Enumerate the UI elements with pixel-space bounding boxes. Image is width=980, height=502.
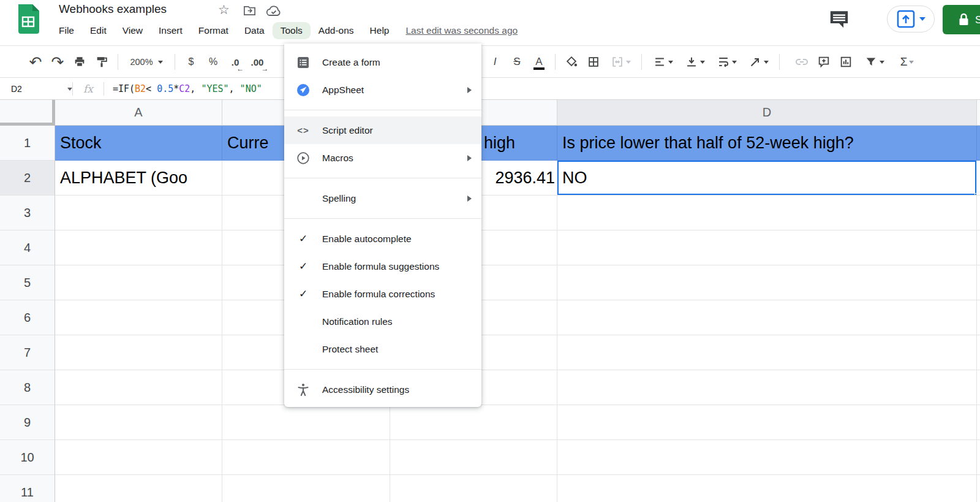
- undo-button[interactable]: ↶: [24, 51, 47, 73]
- menu-item-script-editor[interactable]: <> Script editor: [284, 116, 481, 144]
- menu-addons[interactable]: Add-ons: [311, 22, 362, 39]
- cloud-status-icon[interactable]: [266, 5, 282, 17]
- increase-decimal-button[interactable]: .00→: [246, 51, 268, 73]
- name-box[interactable]: D2: [0, 84, 72, 94]
- star-icon[interactable]: ☆: [218, 3, 230, 16]
- horizontal-align-button[interactable]: [647, 51, 679, 73]
- last-edit-link[interactable]: Last edit was seconds ago: [405, 25, 518, 36]
- column-header-d[interactable]: D: [557, 100, 977, 126]
- cell[interactable]: [222, 475, 390, 502]
- row-header-10[interactable]: 10: [0, 440, 55, 475]
- cell-D2-selected[interactable]: NO: [557, 161, 977, 196]
- cell[interactable]: [390, 475, 557, 502]
- menu-item-accessibility-settings[interactable]: Accessibility settings: [284, 376, 481, 403]
- row-header-2[interactable]: 2: [0, 161, 55, 196]
- column-header-a[interactable]: A: [55, 100, 222, 126]
- present-button[interactable]: [887, 6, 935, 32]
- format-currency-button[interactable]: $: [180, 51, 202, 73]
- cell[interactable]: [55, 440, 222, 475]
- menu-item-macros[interactable]: Macros: [284, 144, 481, 172]
- menu-item-protect-sheet[interactable]: Protect sheet: [284, 335, 481, 363]
- italic-button[interactable]: I: [484, 51, 506, 73]
- select-all-corner[interactable]: [0, 100, 55, 126]
- cell[interactable]: [557, 475, 977, 502]
- filter-button[interactable]: [857, 51, 891, 73]
- row-header-1[interactable]: 1: [0, 126, 55, 161]
- menu-file[interactable]: File: [51, 22, 82, 39]
- redo-button[interactable]: ↷: [47, 51, 69, 73]
- text-wrap-button[interactable]: [710, 51, 742, 73]
- row-header-8[interactable]: 8: [0, 370, 55, 405]
- fill-color-button[interactable]: [560, 51, 582, 73]
- print-button[interactable]: [69, 51, 91, 73]
- menu-help[interactable]: Help: [362, 22, 398, 39]
- menu-format[interactable]: Format: [190, 22, 236, 39]
- menu-item-enable-formula-suggestions[interactable]: ✓ Enable formula suggestions: [284, 253, 481, 280]
- cell[interactable]: [557, 405, 977, 440]
- paint-format-button[interactable]: [91, 51, 113, 73]
- menu-data[interactable]: Data: [236, 22, 273, 39]
- text-rotation-button[interactable]: [742, 51, 774, 73]
- menu-item-appsheet[interactable]: AppSheet: [284, 76, 481, 104]
- text-color-button[interactable]: A: [528, 51, 550, 73]
- cell[interactable]: [390, 440, 557, 475]
- cell[interactable]: [55, 405, 222, 440]
- row-header-7[interactable]: 7: [0, 335, 55, 370]
- cell[interactable]: [222, 405, 390, 440]
- cell-A2[interactable]: ALPHABET (Goo: [55, 161, 222, 196]
- menu-item-label: Spelling: [322, 193, 467, 204]
- formula-input[interactable]: =IF(B2< 0.5*C2, "YES", "NO": [113, 83, 262, 94]
- zoom-control[interactable]: 200%: [123, 51, 170, 73]
- cell[interactable]: [55, 335, 222, 370]
- borders-button[interactable]: [582, 51, 605, 73]
- cell[interactable]: [55, 475, 222, 502]
- strikethrough-button[interactable]: S: [506, 51, 528, 73]
- share-button[interactable]: Share: [943, 5, 980, 34]
- cell[interactable]: [55, 196, 222, 230]
- cell[interactable]: [557, 440, 977, 475]
- row-header-3[interactable]: 3: [0, 196, 55, 230]
- cell[interactable]: [55, 300, 222, 335]
- cell[interactable]: [557, 300, 977, 335]
- menu-tools[interactable]: Tools: [273, 22, 311, 39]
- row-header-6[interactable]: 6: [0, 300, 55, 335]
- functions-button[interactable]: Σ: [891, 51, 923, 73]
- row-header-11[interactable]: 11: [0, 475, 55, 502]
- cell[interactable]: [55, 370, 222, 405]
- row-header-4[interactable]: 4: [0, 230, 55, 265]
- move-folder-icon[interactable]: [243, 4, 257, 18]
- cell[interactable]: [222, 440, 390, 475]
- format-percent-button[interactable]: %: [202, 51, 224, 73]
- present-dropdown-caret[interactable]: [919, 17, 925, 21]
- insert-chart-button[interactable]: [835, 51, 857, 73]
- sheets-logo[interactable]: [17, 4, 39, 34]
- menu-item-create-a-form[interactable]: Create a form: [284, 48, 481, 76]
- menu-edit[interactable]: Edit: [82, 22, 115, 39]
- cell-D1[interactable]: Is price lower that half of 52-week high…: [557, 126, 977, 161]
- menu-view[interactable]: View: [115, 22, 151, 39]
- menu-item-notification-rules[interactable]: Notification rules: [284, 308, 481, 335]
- merge-cells-button[interactable]: [605, 51, 636, 73]
- menu-item-spelling[interactable]: Spelling: [284, 184, 481, 212]
- cell[interactable]: [557, 335, 977, 370]
- cell[interactable]: [557, 265, 977, 300]
- vertical-align-button[interactable]: [679, 51, 710, 73]
- cell[interactable]: [557, 196, 977, 230]
- menu-item-enable-autocomplete[interactable]: ✓ Enable autocomplete: [284, 225, 481, 253]
- insert-comment-button[interactable]: [813, 51, 835, 73]
- comment-history-icon[interactable]: [829, 9, 850, 29]
- fill-handle[interactable]: [974, 193, 977, 196]
- row-header-5[interactable]: 5: [0, 265, 55, 300]
- menu-item-enable-formula-corrections[interactable]: ✓ Enable formula corrections: [284, 280, 481, 308]
- cell[interactable]: [55, 265, 222, 300]
- decrease-decimal-button[interactable]: .0←: [224, 51, 246, 73]
- cell[interactable]: [557, 370, 977, 405]
- menu-insert[interactable]: Insert: [151, 22, 190, 39]
- insert-link-button[interactable]: [791, 51, 813, 73]
- document-title[interactable]: Webhooks examples: [59, 2, 167, 16]
- cell[interactable]: [557, 230, 977, 265]
- cell-A1[interactable]: Stock: [55, 126, 222, 161]
- row-header-9[interactable]: 9: [0, 405, 55, 440]
- cell[interactable]: [55, 230, 222, 265]
- cell[interactable]: [390, 405, 557, 440]
